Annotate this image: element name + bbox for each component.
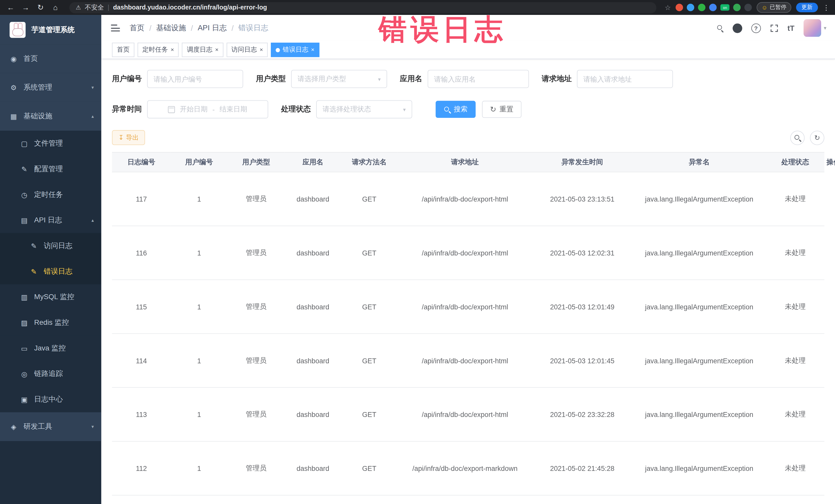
exception-time-range-picker[interactable]: 开始日期 - 结束日期 bbox=[147, 100, 268, 119]
access-log-icon: ✎ bbox=[29, 242, 38, 250]
filter-user-id: 用户编号 bbox=[112, 70, 243, 88]
cell-time: 2021-05-03 12:02:31 bbox=[532, 226, 632, 280]
timer-icon: ◷ bbox=[20, 191, 29, 199]
paused-badge[interactable]: ☺ 已暂停 bbox=[757, 2, 791, 13]
cell-method: GET bbox=[341, 172, 398, 226]
tools-icon: ◈ bbox=[9, 423, 18, 430]
help-icon[interactable]: ? bbox=[751, 23, 760, 33]
extension-icon-5[interactable]: on bbox=[720, 4, 730, 11]
table-row: 1141管理员dashboardGET/api/infra/db-doc/exp… bbox=[112, 334, 824, 387]
calendar-icon bbox=[168, 106, 175, 113]
user-id-input-field[interactable] bbox=[154, 75, 237, 83]
search-button[interactable]: 搜索 bbox=[435, 101, 476, 118]
export-button[interactable]: ↧ 导出 bbox=[112, 130, 145, 145]
tab-label: 错误日志 bbox=[283, 45, 308, 55]
update-button[interactable]: 更新 bbox=[796, 3, 818, 12]
refresh-table-button[interactable]: ↻ bbox=[810, 130, 824, 145]
request-url-input[interactable] bbox=[577, 70, 673, 88]
tab-error-log[interactable]: 错误日志× bbox=[271, 43, 319, 57]
sidebar-item-devtools[interactable]: ◈研发工具▾ bbox=[0, 412, 101, 441]
table-body: 1171管理员dashboardGET/api/infra/db-doc/exp… bbox=[112, 172, 824, 495]
close-icon[interactable]: × bbox=[260, 47, 263, 53]
reset-button[interactable]: ↻ 重置 bbox=[482, 101, 521, 118]
user-type-select[interactable]: 请选择用户类型 ▾ bbox=[291, 70, 387, 88]
user-avatar[interactable]: ▾ bbox=[803, 19, 826, 37]
breadcrumb-item[interactable]: 基础设施 bbox=[156, 23, 186, 33]
sidebar-item-label: 访问日志 bbox=[44, 241, 73, 250]
sidebar-item-job[interactable]: ◷定时任务 bbox=[0, 182, 101, 207]
api-log-icon: ▤ bbox=[20, 216, 29, 224]
extension-icon-3[interactable] bbox=[698, 4, 706, 11]
hamburger-icon[interactable] bbox=[110, 22, 121, 34]
browser-menu-icon[interactable]: ⋮ bbox=[823, 4, 830, 12]
gear-icon: ⚙ bbox=[9, 83, 18, 92]
process-status-label: 处理状态 bbox=[281, 104, 311, 114]
breadcrumb-item[interactable]: 错误日志 bbox=[239, 23, 268, 33]
close-icon[interactable]: × bbox=[311, 47, 314, 53]
toggle-search-button[interactable] bbox=[790, 130, 805, 145]
font-size-icon[interactable]: tT bbox=[788, 24, 794, 32]
sidebar-item-trace[interactable]: ◎链路追踪 bbox=[0, 361, 101, 387]
sidebar-item-mysql[interactable]: ▥MySQL 监控 bbox=[0, 284, 101, 310]
cell-app_name: dashboard bbox=[285, 280, 341, 334]
browser-forward-icon[interactable]: → bbox=[20, 3, 31, 12]
chevron-up-icon: ▴ bbox=[91, 218, 94, 223]
search-button-label: 搜索 bbox=[454, 104, 468, 114]
sidebar-item-label: 研发工具 bbox=[23, 422, 52, 431]
tab-job[interactable]: 定时任务× bbox=[138, 43, 179, 57]
cell-time: 2021-05-02 23:32:28 bbox=[532, 387, 632, 441]
cell-method: GET bbox=[341, 441, 398, 495]
cell-user_id: 1 bbox=[171, 280, 227, 334]
table-row: 1161管理员dashboardGET/api/infra/db-doc/exp… bbox=[112, 226, 824, 280]
cell-user_type: 管理员 bbox=[227, 387, 285, 441]
browser-home-icon[interactable]: ⌂ bbox=[50, 3, 61, 12]
app-logo[interactable]: 芋道管理系统 bbox=[0, 15, 101, 44]
sidebar-item-java[interactable]: ▭Java 监控 bbox=[0, 336, 101, 361]
browser-reload-icon[interactable]: ↻ bbox=[35, 3, 46, 12]
download-icon: ↧ bbox=[118, 134, 124, 141]
page-url[interactable]: dashboard.yudao.iocoder.cn/infra/log/api… bbox=[113, 4, 267, 11]
fullscreen-icon[interactable] bbox=[770, 24, 778, 32]
user-id-input[interactable] bbox=[147, 70, 243, 88]
address-bar[interactable]: ⚠ 不安全 | dashboard.yudao.iocoder.cn/infra… bbox=[69, 2, 656, 13]
tab-home[interactable]: 首页 bbox=[112, 43, 134, 57]
sidebar-item-error-log[interactable]: ✎错误日志 bbox=[0, 259, 101, 284]
sidebar-item-system[interactable]: ⚙系统管理▾ bbox=[0, 73, 101, 102]
sidebar-item-home[interactable]: ◉首页 bbox=[0, 44, 101, 73]
extension-icon-7[interactable] bbox=[745, 4, 752, 11]
github-icon[interactable] bbox=[733, 23, 742, 33]
extension-icon-6[interactable] bbox=[733, 4, 741, 11]
security-label: 不安全 bbox=[85, 3, 104, 12]
extension-icon-4[interactable] bbox=[709, 4, 717, 11]
tab-access-log[interactable]: 访问日志× bbox=[227, 43, 268, 57]
breadcrumb-item[interactable]: API 日志 bbox=[198, 23, 227, 33]
close-icon[interactable]: × bbox=[215, 47, 219, 53]
tab-job-log[interactable]: 调度日志× bbox=[182, 43, 223, 57]
cell-user_type: 管理员 bbox=[227, 172, 285, 226]
sidebar-item-infra[interactable]: ▦基础设施▴ bbox=[0, 102, 101, 131]
search-icon[interactable] bbox=[716, 25, 724, 32]
browser-back-icon[interactable]: ← bbox=[5, 3, 16, 12]
sidebar-item-redis[interactable]: ▨Redis 监控 bbox=[0, 310, 101, 336]
cell-user_id: 1 bbox=[171, 387, 227, 441]
close-icon[interactable]: × bbox=[171, 47, 174, 53]
app-name-input-field[interactable] bbox=[434, 75, 523, 83]
sidebar-item-label: 链路追踪 bbox=[34, 369, 63, 379]
request-url-input-field[interactable] bbox=[584, 75, 667, 83]
sidebar-item-file[interactable]: ▢文件管理 bbox=[0, 131, 101, 156]
sidebar-item-log-center[interactable]: ▣日志中心 bbox=[0, 387, 101, 412]
process-status-select[interactable]: 请选择处理状态 ▾ bbox=[316, 100, 412, 119]
sidebar-item-api-log[interactable]: ▤API 日志▴ bbox=[0, 207, 101, 233]
cell-app_name: dashboard bbox=[285, 441, 341, 495]
sidebar-item-config[interactable]: ✎配置管理 bbox=[0, 156, 101, 182]
extension-icon-1[interactable] bbox=[676, 4, 683, 11]
filter-process-status: 处理状态 请选择处理状态 ▾ bbox=[281, 100, 412, 119]
cell-user_id: 1 bbox=[171, 226, 227, 280]
sidebar-item-access-log[interactable]: ✎访问日志 bbox=[0, 233, 101, 259]
extension-icon-2[interactable] bbox=[687, 4, 694, 11]
bookmark-star-icon[interactable]: ☆ bbox=[665, 4, 671, 12]
table-toolbar: ↧ 导出 ↻ bbox=[112, 130, 824, 145]
app-name-input[interactable] bbox=[428, 70, 529, 88]
breadcrumb-item[interactable]: 首页 bbox=[130, 23, 144, 33]
cell-log_id: 114 bbox=[112, 334, 171, 387]
